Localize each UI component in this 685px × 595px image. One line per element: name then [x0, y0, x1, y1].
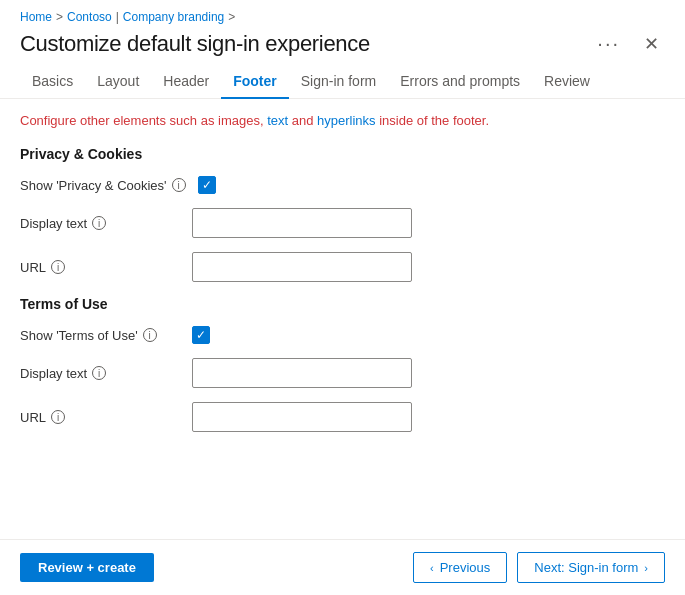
privacy-url-input[interactable]: [192, 252, 412, 282]
breadcrumb-company-branding[interactable]: Company branding: [123, 10, 224, 24]
terms-show-label: Show 'Terms of Use' i: [20, 328, 180, 343]
terms-url-info-icon[interactable]: i: [51, 410, 65, 424]
tab-errors-prompts[interactable]: Errors and prompts: [388, 65, 532, 99]
content-area: Configure other elements such as images,…: [0, 99, 685, 539]
footer-bar: Review + create ‹ Previous Next: Sign-in…: [0, 539, 685, 595]
terms-display-info-icon[interactable]: i: [92, 366, 106, 380]
privacy-display-text-label: Display text i: [20, 216, 180, 231]
next-label: Next: Sign-in form: [534, 560, 638, 575]
privacy-display-text-label-text: Display text: [20, 216, 87, 231]
header-actions: ··· ✕: [591, 30, 665, 57]
privacy-display-text-input[interactable]: [192, 208, 412, 238]
breadcrumb-contoso[interactable]: Contoso: [67, 10, 112, 24]
terms-show-checkbox[interactable]: ✓: [192, 326, 210, 344]
privacy-section-title: Privacy & Cookies: [20, 146, 665, 162]
tab-layout[interactable]: Layout: [85, 65, 151, 99]
terms-show-info-icon[interactable]: i: [143, 328, 157, 342]
tab-header[interactable]: Header: [151, 65, 221, 99]
next-chevron-icon: ›: [644, 562, 648, 574]
privacy-url-label-text: URL: [20, 260, 46, 275]
terms-url-label-text: URL: [20, 410, 46, 425]
info-text-before: Configure other elements such as images,: [20, 113, 267, 128]
tab-basics[interactable]: Basics: [20, 65, 85, 99]
privacy-show-info-icon[interactable]: i: [172, 178, 186, 192]
info-text-and: and: [292, 113, 317, 128]
tab-footer[interactable]: Footer: [221, 65, 289, 99]
previous-chevron-icon: ‹: [430, 562, 434, 574]
tabs-bar: Basics Layout Header Footer Sign-in form…: [0, 65, 685, 99]
privacy-url-row: URL i: [20, 252, 665, 282]
tab-review[interactable]: Review: [532, 65, 602, 99]
info-text-after: inside of the footer.: [379, 113, 489, 128]
terms-display-text-row: Display text i: [20, 358, 665, 388]
privacy-display-text-row: Display text i: [20, 208, 665, 238]
breadcrumb: Home > Contoso | Company branding >: [0, 0, 685, 28]
terms-url-label: URL i: [20, 410, 180, 425]
previous-button[interactable]: ‹ Previous: [413, 552, 507, 583]
terms-show-row: Show 'Terms of Use' i ✓: [20, 326, 665, 344]
terms-display-text-label: Display text i: [20, 366, 180, 381]
privacy-url-label: URL i: [20, 260, 180, 275]
privacy-show-checkbox[interactable]: ✓: [198, 176, 216, 194]
breadcrumb-sep2: |: [116, 10, 119, 24]
terms-section-title: Terms of Use: [20, 296, 665, 312]
terms-url-row: URL i: [20, 402, 665, 432]
privacy-show-checkmark: ✓: [202, 179, 212, 191]
info-message: Configure other elements such as images,…: [20, 113, 665, 128]
terms-show-checkmark: ✓: [196, 329, 206, 341]
tab-signin-form[interactable]: Sign-in form: [289, 65, 388, 99]
terms-display-text-label-text: Display text: [20, 366, 87, 381]
breadcrumb-home[interactable]: Home: [20, 10, 52, 24]
terms-show-label-text: Show 'Terms of Use': [20, 328, 138, 343]
privacy-display-info-icon[interactable]: i: [92, 216, 106, 230]
main-container: Home > Contoso | Company branding > Cust…: [0, 0, 685, 595]
close-button[interactable]: ✕: [638, 33, 665, 55]
breadcrumb-sep1: >: [56, 10, 63, 24]
page-title: Customize default sign-in experience: [20, 31, 370, 57]
privacy-url-info-icon[interactable]: i: [51, 260, 65, 274]
terms-url-input[interactable]: [192, 402, 412, 432]
ellipsis-button[interactable]: ···: [591, 30, 626, 57]
terms-display-text-input[interactable]: [192, 358, 412, 388]
privacy-show-row: Show 'Privacy & Cookies' i ✓: [20, 176, 665, 194]
review-create-button[interactable]: Review + create: [20, 553, 154, 582]
privacy-show-label-text: Show 'Privacy & Cookies': [20, 178, 167, 193]
info-link-hyperlinks[interactable]: hyperlinks: [317, 113, 376, 128]
info-link-text[interactable]: text: [267, 113, 288, 128]
privacy-show-label: Show 'Privacy & Cookies' i: [20, 178, 186, 193]
next-button[interactable]: Next: Sign-in form ›: [517, 552, 665, 583]
previous-label: Previous: [440, 560, 491, 575]
breadcrumb-sep3: >: [228, 10, 235, 24]
nav-buttons: ‹ Previous Next: Sign-in form ›: [413, 552, 665, 583]
header-row: Customize default sign-in experience ···…: [0, 28, 685, 65]
